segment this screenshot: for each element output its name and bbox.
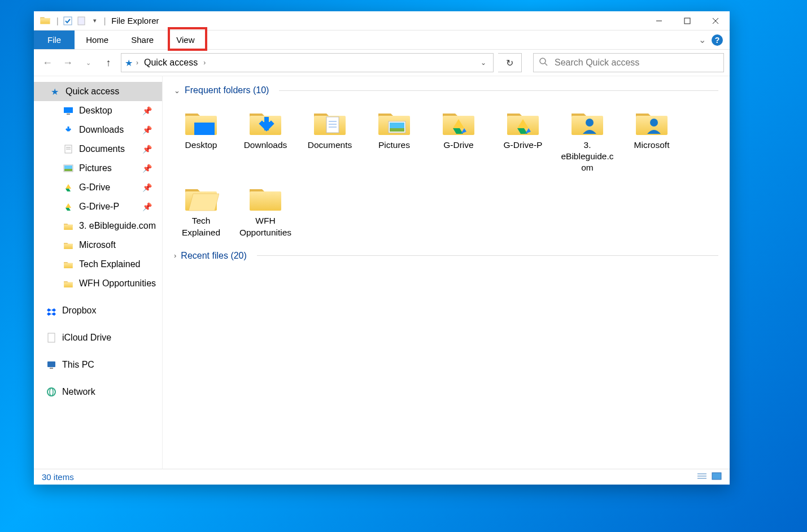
tab-home[interactable]: Home [75,30,120,49]
close-button[interactable] [701,11,730,30]
up-button[interactable]: ↑ [101,55,116,71]
folder-open-icon [181,180,221,212]
folder-item[interactable]: 3. eBibleguide.com [560,101,614,173]
navigation-tree: ★ Quick access Desktop📌Downloads📌Documen… [34,76,163,469]
section-frequent-folders[interactable]: ⌄ Frequent folders (10) [174,85,718,95]
document-icon [309,104,350,136]
folder-item[interactable]: Pictures [367,101,421,173]
svg-rect-2 [64,17,72,25]
dropbox-icon [46,306,56,316]
pin-icon: 📌 [142,106,162,115]
tree-label: This PC [62,360,94,370]
search-input[interactable] [555,58,718,68]
folder-icon [63,259,73,269]
separator: | [104,16,106,25]
folder-label: Tech Explained [174,215,228,238]
tree-network[interactable]: Network [34,382,162,402]
tree-item-label: Desktop [79,106,112,116]
folder-label: Downloads [244,139,287,151]
desktop-icon [63,106,73,116]
folder-label: 3. eBibleguide.com [560,139,614,173]
tree-item[interactable]: G-Drive📌 [42,178,162,197]
tab-share[interactable]: Share [120,30,165,49]
ribbon-tabs: File Home Share View ⌄ ? [34,30,730,50]
chevron-right-icon[interactable]: › [202,59,207,67]
tree-item[interactable]: Pictures📌 [42,159,162,178]
address-bar[interactable]: ★ › Quick access › ⌄ [121,53,494,72]
folder-item[interactable]: WFH Opportunities [238,177,293,238]
tree-item[interactable]: Downloads📌 [42,120,162,139]
gdrive-icon [63,202,73,212]
svg-point-32 [650,119,658,127]
folder-item[interactable]: Documents [303,101,357,173]
folder-label: G-Drive-P [504,139,543,151]
tree-item[interactable]: Microsoft [42,236,162,255]
tree-item-label: Pictures [79,163,112,173]
maximize-button[interactable] [673,11,701,30]
folder-item[interactable]: Tech Explained [174,177,228,238]
breadcrumb-location[interactable]: Quick access [142,58,200,68]
help-icon[interactable]: ? [712,34,723,46]
minimize-button[interactable] [645,11,673,30]
tree-item[interactable]: G-Drive-P📌 [42,197,162,216]
collapse-icon: ⌄ [174,86,180,95]
view-large-icons-button[interactable] [712,472,722,482]
tree-label: Dropbox [62,306,96,316]
document-icon [63,144,73,154]
folder-item[interactable]: Downloads [238,101,293,173]
desktop-icon [181,104,221,136]
computer-icon [46,360,56,370]
tree-item[interactable]: Documents📌 [42,139,162,159]
tree-label: Network [62,387,95,397]
svg-rect-36 [712,473,721,479]
svg-point-8 [540,58,546,64]
folder-item[interactable]: G-Drive-P [496,101,550,173]
folder-item[interactable]: Microsoft [625,101,679,173]
refresh-button[interactable]: ↻ [498,53,522,72]
folder-label: G-Drive [443,139,473,151]
qat-dropdown-icon[interactable]: ▾ [89,15,101,27]
titlebar: | ▾ | File Explorer [34,11,730,30]
svg-rect-23 [194,123,215,135]
person-icon [631,104,672,136]
gdrive-icon [63,182,73,193]
tree-dropbox[interactable]: Dropbox [34,301,162,320]
forward-button[interactable]: → [60,55,76,71]
navbar: ← → ⌄ ↑ ★ › Quick access › ⌄ ↻ [34,50,730,76]
search-box[interactable] [533,53,724,72]
pin-icon: 📌 [142,183,162,192]
network-icon [46,387,56,397]
chevron-right-icon[interactable]: › [135,59,139,67]
tree-item-label: G-Drive-P [79,202,119,212]
tree-item[interactable]: 3. eBibleguide.com [42,216,162,236]
tree-item[interactable]: Tech Explained [42,255,162,274]
address-dropdown-icon[interactable]: ⌄ [477,59,490,67]
tree-label: iCloud Drive [62,333,111,343]
section-recent-files[interactable]: › Recent files (20) [174,251,718,261]
expand-icon: › [174,251,176,260]
ribbon-expand-icon[interactable]: ⌄ [699,34,706,45]
tree-item-label: Tech Explained [79,259,141,269]
tree-quick-access[interactable]: ★ Quick access [34,82,162,101]
tab-view[interactable]: View [165,30,206,49]
back-button[interactable]: ← [40,55,55,71]
pictures-icon [374,104,415,136]
folder-item[interactable]: Desktop [174,101,228,173]
svg-rect-11 [67,114,70,115]
tree-item[interactable]: WFH Opportunities [42,274,162,293]
tab-file[interactable]: File [34,30,75,49]
pin-icon: 📌 [142,164,162,173]
folder-grid: DesktopDownloadsDocumentsPicturesG-Drive… [174,101,718,238]
view-details-button[interactable] [697,472,707,482]
tree-this-pc[interactable]: This PC [34,355,162,374]
section-title: Recent files (20) [181,251,247,261]
folder-label: WFH Opportunities [238,215,293,238]
document-icon [46,333,56,343]
tree-icloud[interactable]: iCloud Drive [34,328,162,347]
folder-item[interactable]: G-Drive [431,101,486,173]
qat-checkbox-icon[interactable] [62,15,73,27]
recent-locations-dropdown[interactable]: ⌄ [80,55,96,71]
qat-doc-icon[interactable] [76,15,87,27]
folder-label: Pictures [378,139,410,151]
tree-item[interactable]: Desktop📌 [42,101,162,120]
